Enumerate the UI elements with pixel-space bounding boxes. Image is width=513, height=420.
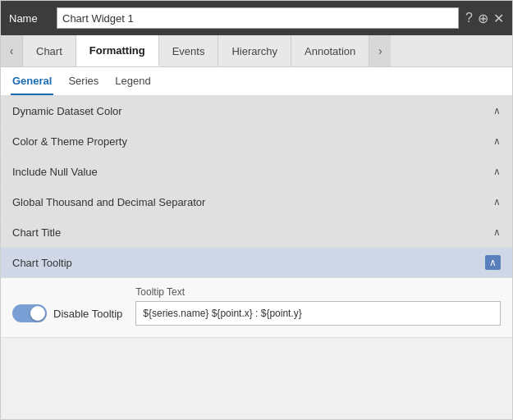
sub-tab-series[interactable]: Series (66, 67, 100, 95)
header-icons: ? ⊕ ✕ (465, 11, 504, 26)
move-icon[interactable]: ⊕ (478, 11, 488, 26)
tooltip-section: Disable Tooltip Tooltip Text (12, 286, 501, 326)
accordion-list: Dynamic Dataset Color ∧ Color & Theme Pr… (1, 96, 512, 419)
tabs-row: ‹ Chart Formatting Events Hierarchy Anno… (1, 35, 512, 67)
tab-chart[interactable]: Chart (22, 35, 76, 66)
accordion-header-chart-title[interactable]: Chart Title ∧ (1, 217, 512, 247)
chevron-icon-tooltip: ∧ (485, 255, 501, 270)
tab-prev-button[interactable]: ‹ (1, 35, 22, 66)
sub-tab-legend[interactable]: Legend (113, 67, 152, 95)
chevron-icon-separator: ∧ (493, 196, 501, 208)
disable-tooltip-col: Disable Tooltip (12, 286, 122, 322)
close-icon[interactable]: ✕ (493, 11, 504, 26)
disable-tooltip-label: Disable Tooltip (53, 308, 122, 320)
accordion-header-include-null[interactable]: Include Null Value ∧ (1, 157, 512, 186)
tooltip-text-input[interactable] (135, 301, 501, 326)
sub-tab-general[interactable]: General (11, 67, 53, 95)
tab-next-button[interactable]: › (369, 35, 391, 66)
accordion-dynamic-dataset-color: Dynamic Dataset Color ∧ (1, 96, 512, 126)
accordion-header-chart-tooltip[interactable]: Chart Tooltip ∧ (1, 248, 512, 277)
tab-annotation[interactable]: Annotation (291, 35, 369, 66)
accordion-chart-title: Chart Title ∧ (1, 217, 512, 248)
help-icon[interactable]: ? (465, 11, 473, 25)
accordion-global-separator: Global Thousand and Decimal Separator ∧ (1, 187, 512, 217)
disable-tooltip-toggle[interactable] (12, 304, 47, 322)
accordion-header-global-separator[interactable]: Global Thousand and Decimal Separator ∧ (1, 187, 512, 217)
accordion-color-theme: Color & Theme Property ∧ (1, 126, 512, 157)
panel: Name ? ⊕ ✕ ‹ Chart Formatting Events Hie… (0, 0, 513, 420)
header: Name ? ⊕ ✕ (1, 1, 512, 35)
accordion-header-dynamic-dataset-color[interactable]: Dynamic Dataset Color ∧ (1, 96, 512, 126)
chevron-icon-color: ∧ (493, 135, 501, 147)
accordion-content-chart-tooltip: Disable Tooltip Tooltip Text (1, 277, 512, 337)
name-input[interactable] (57, 7, 459, 29)
sub-tabs-row: General Series Legend (1, 67, 512, 96)
tab-events[interactable]: Events (159, 35, 219, 66)
accordion-include-null: Include Null Value ∧ (1, 157, 512, 187)
chevron-icon-null: ∧ (493, 166, 501, 177)
tooltip-text-label: Tooltip Text (135, 286, 501, 298)
name-label: Name (9, 12, 50, 25)
toggle-knob (30, 306, 45, 321)
accordion-header-color-theme[interactable]: Color & Theme Property ∧ (1, 126, 512, 156)
chevron-icon-dynamic: ∧ (493, 105, 501, 116)
chevron-icon-title: ∧ (493, 226, 501, 238)
tab-hierarchy[interactable]: Hierarchy (218, 35, 291, 66)
tab-formatting[interactable]: Formatting (76, 35, 159, 66)
accordion-chart-tooltip: Chart Tooltip ∧ Disable Tooltip Tooltip … (1, 248, 512, 338)
tooltip-text-col: Tooltip Text (135, 286, 501, 326)
